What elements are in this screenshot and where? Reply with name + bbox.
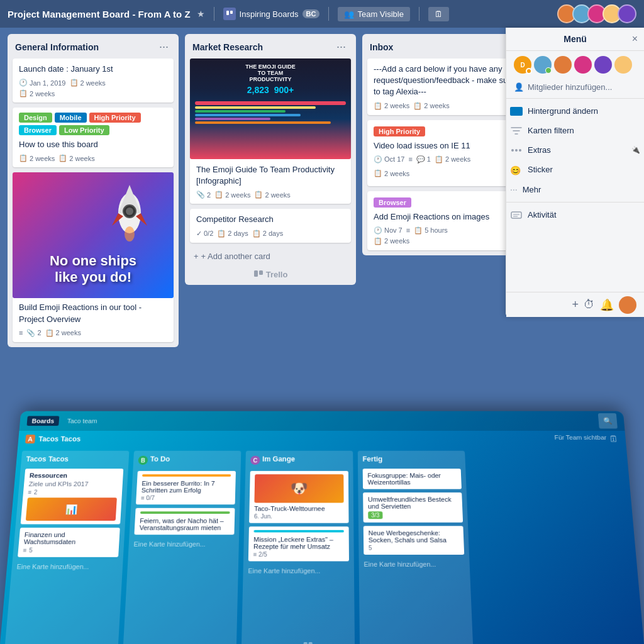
share-button[interactable]: 🗓 (428, 7, 449, 21)
card-how-to-title: How to use this board (19, 139, 167, 150)
card-video-load-title: Video load issues on IE 11 (374, 140, 522, 152)
mini-card-neue[interactable]: Neue Werbegeschenke: Socken, Schals und … (364, 526, 464, 555)
menu-title: Menü (564, 34, 587, 44)
menu-close-button[interactable]: × (632, 33, 638, 45)
clock-icon-2: 🕐 (374, 155, 382, 164)
add-card-todo[interactable]: Eine Karte hinzufügen... (133, 538, 234, 550)
mini-card-mission[interactable]: Mission „Leckere Extras" – Rezepte für m… (248, 526, 349, 561)
stat-1: 2,823 (247, 85, 269, 95)
column-market-menu[interactable]: ··· (334, 40, 348, 53)
card-how-to[interactable]: Design Mobile High Priority Browser Low … (13, 108, 174, 167)
card-launch-meta: 🕐 Jan 1, 2019 📋 2 weeks (19, 79, 167, 87)
header-right-area (557, 4, 636, 23)
user-avatar-menu[interactable] (619, 296, 636, 314)
calendar-icon-3: 📋 (19, 154, 28, 162)
aktivitaet-icon (510, 211, 523, 219)
add-card-imgang[interactable]: Eine Karte hinzufügen... (248, 565, 349, 577)
priority-browser-badge[interactable]: Browser (374, 197, 411, 208)
meta-video-dur: 📋 2 weeks (435, 155, 470, 164)
days2-text: 2 days (263, 230, 283, 237)
menu-avatar-4 (574, 56, 592, 74)
accent-teal-1 (253, 530, 343, 533)
svg-rect-10 (259, 270, 263, 275)
fokus-title: Fokusgruppe: Mais- oder Weizentortillas (367, 472, 457, 486)
inspiring-boards-badge[interactable]: Inspiring Boards BC (223, 8, 320, 20)
mini-card-feiern[interactable]: Feiern, was der Nacho hät – Veranstaltun… (134, 508, 235, 535)
search-bar[interactable]: 🔍 (598, 413, 618, 428)
svg-point-14 (515, 149, 518, 152)
priority-high-badge[interactable]: High Priority (374, 126, 425, 136)
feiern-title: Feiern, was der Nacho hät – Veranstaltun… (139, 517, 230, 531)
card-inbox-description[interactable]: ---Add a card below if you have any requ… (367, 58, 528, 115)
card-competitor[interactable]: Competitor Research ✓ 0/2 📋 2 days 📋 2 d… (190, 209, 351, 242)
calendar-icon-14: 📋 (414, 226, 423, 235)
meta-emoji-dur2: 📋 2 weeks (374, 237, 409, 245)
card-add-emoji[interactable]: Browser Add Emoji Reactions on images 🕐 … (367, 191, 528, 250)
bottom-overlay: Boards Taco team 🔍 A Tacos Tacos Für Tea… (0, 411, 644, 644)
svg-rect-9 (254, 270, 258, 277)
label-browser[interactable]: Browser (19, 125, 57, 135)
menu-item-mehr[interactable]: ··· Mehr (506, 179, 644, 199)
mini-board: Boards Taco team 🔍 A Tacos Tacos Für Tea… (0, 411, 644, 644)
meta-how-dur1-text: 2 weeks (30, 155, 55, 162)
mini-card-umwelt[interactable]: Umweltfreundliches Besteck und Serviette… (363, 492, 463, 523)
star-icon[interactable]: ★ (197, 9, 205, 19)
team-visible-button[interactable]: 👥 Team Visible (338, 7, 409, 21)
team-visible-label: Team Visible (357, 9, 403, 19)
infographic-stats: 2,823 900+ (247, 85, 294, 95)
mini-card-finanzen[interactable]: Finanzen und Wachstumsdaten ≡ 5 (18, 528, 120, 557)
label-design[interactable]: Design (19, 113, 52, 123)
menu-avatar-D: D (514, 56, 531, 74)
menu-item-aktivitaet[interactable]: Aktivität (506, 205, 644, 225)
label-high-priority[interactable]: High Priority (89, 113, 141, 123)
label-low-priority[interactable]: Low Priority (59, 125, 109, 135)
burrito-meta: ≡ 0/7 (141, 495, 230, 501)
mini-board-area: Tacos Tacos Ressourcen Ziele und KPIs 20… (0, 447, 644, 644)
column-general: General Information ··· Launch date : Ja… (8, 34, 179, 347)
mini-card-burrito[interactable]: Ein besserer Burrito: In 7 Schritten zum… (136, 471, 236, 504)
meta-days2: 📋 2 days (252, 230, 283, 238)
mini-col-imgang: C Im Gange 🐶 Taco-Truck-Welttournee 6. J… (241, 451, 355, 644)
bell-icon-menu[interactable]: 🔔 (600, 298, 614, 312)
menu-item-extras[interactable]: Extras 🔌 (506, 140, 644, 160)
add-card-market[interactable]: + + Add another card (187, 248, 353, 265)
mini-card-fokus[interactable]: Fokusgruppe: Mais- oder Weizentortillas (363, 469, 462, 489)
share-icon: 🗓 (435, 9, 443, 19)
trello-logo-svg (303, 641, 313, 644)
ressourcen-list: ≡ (28, 489, 31, 496)
mini-card-taco-truck[interactable]: 🐶 Taco-Truck-Welttournee 6. Jun. (249, 471, 348, 523)
add-card-fertig[interactable]: Eine Karte hinzufügen... (364, 558, 465, 570)
calendar-icon-15: 📋 (374, 237, 382, 245)
timer-icon-menu[interactable]: ⏱ (584, 298, 595, 311)
add-card-tacos[interactable]: Eine Karte hinzufügen... (16, 560, 118, 572)
mehr-label: Mehr (523, 185, 541, 194)
menu-header: Menü × (506, 28, 644, 51)
trello-icon-bottom (253, 270, 264, 280)
inbox-dur2-text: 2 weeks (424, 102, 449, 109)
taco-team-tab[interactable]: Taco team (64, 416, 101, 426)
emoji-dur2-text: 2 weeks (384, 237, 409, 245)
boards-tab[interactable]: Boards (26, 416, 59, 426)
card-emoji-build[interactable]: No one shipslike you do! Build Emoji Rea… (13, 172, 174, 341)
card-video-load-meta: 🕐 Oct 17 ≡ 💬 1 📋 2 weeks (374, 155, 522, 164)
menu-add-member[interactable]: 👤 Mitglieder hinzufügen... (506, 79, 644, 96)
label-mobile[interactable]: Mobile (55, 113, 87, 123)
calendar-icon-6: 📋 (214, 191, 223, 199)
plus-icon-menu[interactable]: + (572, 298, 579, 311)
card-launch-title: Launch date : January 1st (19, 64, 167, 75)
menu-item-sticker[interactable]: 😊 Sticker (506, 160, 644, 179)
meta-attach-guide: 📎 2 (196, 191, 211, 199)
mini-col-todo: B To Do Ein besserer Burrito: In 7 Schri… (122, 451, 242, 644)
menu-item-filter[interactable]: Karten filtern (506, 121, 644, 140)
mini-board-title: Tacos Tacos (38, 435, 81, 443)
svg-point-15 (519, 149, 521, 152)
calendar-icon-13: 📋 (374, 169, 382, 177)
menu-panel: Menü × D 👤 Mitglieder hinzufügen... Hint… (506, 28, 644, 317)
calendar-icon-mini: 🗓 (609, 434, 619, 444)
card-launch[interactable]: Launch date : January 1st 🕐 Jan 1, 2019 … (13, 58, 174, 103)
card-emoji-guide[interactable]: THE EMOJI GUIDETO TEAMPRODUCTIVITY 2,823… (190, 58, 351, 204)
column-general-menu[interactable]: ··· (157, 40, 171, 53)
card-video-load[interactable]: High Priority Video load issues on IE 11… (367, 120, 528, 186)
menu-item-hintergrund[interactable]: Hintergrund ändern (506, 101, 644, 121)
mini-card-ressourcen[interactable]: Ressourcen Ziele und KPIs 2017 ≡ 2 📊 (21, 469, 124, 524)
